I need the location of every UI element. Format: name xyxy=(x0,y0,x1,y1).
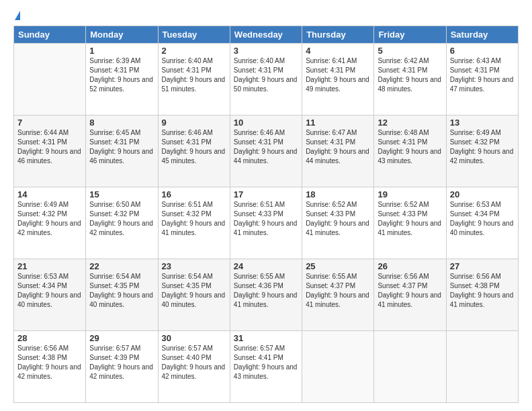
calendar-cell xyxy=(302,331,374,403)
calendar-cell: 10 Sunrise: 6:46 AMSunset: 4:31 PMDaylig… xyxy=(230,116,302,187)
calendar-cell: 12 Sunrise: 6:48 AMSunset: 4:31 PMDaylig… xyxy=(374,116,446,187)
cell-info: Sunrise: 6:55 AMSunset: 4:36 PMDaylight:… xyxy=(234,272,298,310)
calendar-cell: 11 Sunrise: 6:47 AMSunset: 4:31 PMDaylig… xyxy=(302,116,374,187)
cell-info: Sunrise: 6:45 AMSunset: 4:31 PMDaylight:… xyxy=(89,128,154,166)
weekday-header: Wednesday xyxy=(230,26,302,44)
day-number: 17 xyxy=(234,189,298,199)
day-number: 15 xyxy=(89,189,154,199)
calendar-cell: 18 Sunrise: 6:52 AMSunset: 4:33 PMDaylig… xyxy=(302,187,374,259)
day-number: 19 xyxy=(378,189,442,199)
day-number: 21 xyxy=(17,261,82,271)
cell-info: Sunrise: 6:54 AMSunset: 4:35 PMDaylight:… xyxy=(89,272,154,310)
logo-triangle-icon xyxy=(15,11,20,20)
cell-info: Sunrise: 6:50 AMSunset: 4:32 PMDaylight:… xyxy=(89,200,154,238)
day-number: 3 xyxy=(234,46,298,56)
cell-info: Sunrise: 6:51 AMSunset: 4:33 PMDaylight:… xyxy=(234,200,298,238)
day-number: 9 xyxy=(162,118,226,128)
calendar-cell: 9 Sunrise: 6:46 AMSunset: 4:31 PMDayligh… xyxy=(158,116,230,187)
calendar-header-row: SundayMondayTuesdayWednesdayThursdayFrid… xyxy=(14,26,519,44)
calendar-cell: 14 Sunrise: 6:49 AMSunset: 4:32 PMDaylig… xyxy=(14,187,86,259)
day-number: 26 xyxy=(378,261,442,271)
calendar-cell: 6 Sunrise: 6:43 AMSunset: 4:31 PMDayligh… xyxy=(446,44,518,116)
logo xyxy=(13,11,20,20)
cell-info: Sunrise: 6:46 AMSunset: 4:31 PMDaylight:… xyxy=(234,128,298,166)
calendar-cell: 27 Sunrise: 6:56 AMSunset: 4:38 PMDaylig… xyxy=(446,259,518,331)
calendar-cell: 20 Sunrise: 6:53 AMSunset: 4:34 PMDaylig… xyxy=(446,187,518,259)
cell-info: Sunrise: 6:57 AMSunset: 4:39 PMDaylight:… xyxy=(89,344,154,381)
cell-info: Sunrise: 6:52 AMSunset: 4:33 PMDaylight:… xyxy=(378,200,442,238)
day-number: 2 xyxy=(162,46,226,56)
day-number: 31 xyxy=(234,333,298,343)
day-number: 13 xyxy=(450,118,515,128)
cell-info: Sunrise: 6:43 AMSunset: 4:31 PMDaylight:… xyxy=(450,56,515,94)
cell-info: Sunrise: 6:46 AMSunset: 4:31 PMDaylight:… xyxy=(162,128,226,166)
cell-info: Sunrise: 6:56 AMSunset: 4:38 PMDaylight:… xyxy=(450,272,515,310)
cell-info: Sunrise: 6:44 AMSunset: 4:31 PMDaylight:… xyxy=(17,128,82,166)
day-number: 18 xyxy=(306,189,370,199)
cell-info: Sunrise: 6:41 AMSunset: 4:31 PMDaylight:… xyxy=(306,56,370,94)
day-number: 23 xyxy=(162,261,226,271)
day-number: 24 xyxy=(234,261,298,271)
calendar-cell: 5 Sunrise: 6:42 AMSunset: 4:31 PMDayligh… xyxy=(374,44,446,116)
cell-info: Sunrise: 6:40 AMSunset: 4:31 PMDaylight:… xyxy=(162,56,226,94)
calendar-cell: 17 Sunrise: 6:51 AMSunset: 4:33 PMDaylig… xyxy=(230,187,302,259)
calendar-cell: 19 Sunrise: 6:52 AMSunset: 4:33 PMDaylig… xyxy=(374,187,446,259)
day-number: 30 xyxy=(162,333,226,343)
weekday-header: Saturday xyxy=(446,26,518,44)
calendar-cell: 25 Sunrise: 6:55 AMSunset: 4:37 PMDaylig… xyxy=(302,259,374,331)
day-number: 28 xyxy=(17,333,82,343)
day-number: 25 xyxy=(306,261,370,271)
header xyxy=(13,11,519,20)
calendar-cell: 28 Sunrise: 6:56 AMSunset: 4:38 PMDaylig… xyxy=(14,331,86,403)
calendar-week-row: 21 Sunrise: 6:53 AMSunset: 4:34 PMDaylig… xyxy=(14,259,519,331)
day-number: 14 xyxy=(17,189,82,199)
calendar-cell: 15 Sunrise: 6:50 AMSunset: 4:32 PMDaylig… xyxy=(86,187,158,259)
cell-info: Sunrise: 6:53 AMSunset: 4:34 PMDaylight:… xyxy=(17,272,82,310)
day-number: 4 xyxy=(306,46,370,56)
calendar-cell: 26 Sunrise: 6:56 AMSunset: 4:37 PMDaylig… xyxy=(374,259,446,331)
cell-info: Sunrise: 6:56 AMSunset: 4:38 PMDaylight:… xyxy=(17,344,82,381)
calendar-cell: 1 Sunrise: 6:39 AMSunset: 4:31 PMDayligh… xyxy=(86,44,158,116)
day-number: 29 xyxy=(89,333,154,343)
calendar-table: SundayMondayTuesdayWednesdayThursdayFrid… xyxy=(13,26,519,403)
cell-info: Sunrise: 6:49 AMSunset: 4:32 PMDaylight:… xyxy=(17,200,82,238)
calendar-cell: 3 Sunrise: 6:40 AMSunset: 4:31 PMDayligh… xyxy=(230,44,302,116)
day-number: 16 xyxy=(162,189,226,199)
weekday-header: Friday xyxy=(374,26,446,44)
weekday-header: Sunday xyxy=(14,26,86,44)
weekday-header: Tuesday xyxy=(158,26,230,44)
calendar-week-row: 7 Sunrise: 6:44 AMSunset: 4:31 PMDayligh… xyxy=(14,116,519,187)
day-number: 6 xyxy=(450,46,515,56)
day-number: 5 xyxy=(378,46,442,56)
page: SundayMondayTuesdayWednesdayThursdayFrid… xyxy=(0,0,532,411)
day-number: 1 xyxy=(89,46,154,56)
cell-info: Sunrise: 6:56 AMSunset: 4:37 PMDaylight:… xyxy=(378,272,442,310)
calendar-cell: 24 Sunrise: 6:55 AMSunset: 4:36 PMDaylig… xyxy=(230,259,302,331)
cell-info: Sunrise: 6:49 AMSunset: 4:32 PMDaylight:… xyxy=(450,128,515,166)
cell-info: Sunrise: 6:42 AMSunset: 4:31 PMDaylight:… xyxy=(378,56,442,94)
day-number: 11 xyxy=(306,118,370,128)
calendar-body: 1 Sunrise: 6:39 AMSunset: 4:31 PMDayligh… xyxy=(14,44,519,403)
day-number: 8 xyxy=(89,118,154,128)
calendar-cell: 8 Sunrise: 6:45 AMSunset: 4:31 PMDayligh… xyxy=(86,116,158,187)
cell-info: Sunrise: 6:39 AMSunset: 4:31 PMDaylight:… xyxy=(89,56,154,94)
calendar-cell: 23 Sunrise: 6:54 AMSunset: 4:35 PMDaylig… xyxy=(158,259,230,331)
calendar-cell xyxy=(374,331,446,403)
cell-info: Sunrise: 6:51 AMSunset: 4:32 PMDaylight:… xyxy=(162,200,226,238)
cell-info: Sunrise: 6:53 AMSunset: 4:34 PMDaylight:… xyxy=(450,200,515,238)
weekday-header: Thursday xyxy=(302,26,374,44)
day-number: 27 xyxy=(450,261,515,271)
weekday-header: Monday xyxy=(86,26,158,44)
calendar-cell: 21 Sunrise: 6:53 AMSunset: 4:34 PMDaylig… xyxy=(14,259,86,331)
calendar-cell: 7 Sunrise: 6:44 AMSunset: 4:31 PMDayligh… xyxy=(14,116,86,187)
cell-info: Sunrise: 6:57 AMSunset: 4:41 PMDaylight:… xyxy=(234,344,298,381)
calendar-week-row: 1 Sunrise: 6:39 AMSunset: 4:31 PMDayligh… xyxy=(14,44,519,116)
cell-info: Sunrise: 6:47 AMSunset: 4:31 PMDaylight:… xyxy=(306,128,370,166)
calendar-cell: 31 Sunrise: 6:57 AMSunset: 4:41 PMDaylig… xyxy=(230,331,302,403)
calendar-cell: 13 Sunrise: 6:49 AMSunset: 4:32 PMDaylig… xyxy=(446,116,518,187)
calendar-cell: 2 Sunrise: 6:40 AMSunset: 4:31 PMDayligh… xyxy=(158,44,230,116)
day-number: 22 xyxy=(89,261,154,271)
cell-info: Sunrise: 6:55 AMSunset: 4:37 PMDaylight:… xyxy=(306,272,370,310)
calendar-week-row: 28 Sunrise: 6:56 AMSunset: 4:38 PMDaylig… xyxy=(14,331,519,403)
calendar-cell: 22 Sunrise: 6:54 AMSunset: 4:35 PMDaylig… xyxy=(86,259,158,331)
